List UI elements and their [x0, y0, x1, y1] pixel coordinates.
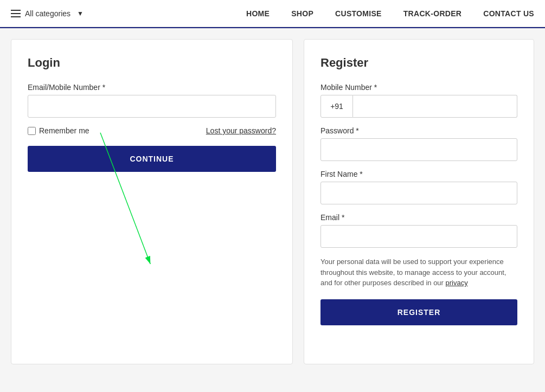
mobile-form-group: Mobile Number * +91: [320, 83, 517, 118]
nav-shop[interactable]: SHOP: [291, 9, 313, 18]
categories-label: All categories: [25, 9, 70, 18]
chevron-down-icon: ▼: [77, 10, 84, 17]
first-name-label: First Name *: [320, 170, 517, 178]
privacy-link[interactable]: privacy: [446, 279, 468, 287]
register-title: Register: [320, 56, 517, 70]
first-name-input[interactable]: [320, 182, 517, 204]
register-button[interactable]: REGISTER: [320, 299, 517, 325]
nav-customise[interactable]: CUSTOMISE: [335, 9, 382, 18]
remember-me-label[interactable]: Remember me: [28, 126, 89, 135]
email-input[interactable]: [28, 95, 276, 118]
nav-home[interactable]: HOME: [246, 9, 270, 18]
lost-password-link[interactable]: Lost your password?: [206, 126, 276, 135]
mobile-label: Mobile Number *: [320, 83, 517, 92]
reg-email-input[interactable]: [320, 225, 517, 248]
hamburger-menu[interactable]: All categories ▼: [11, 9, 84, 18]
header: All categories ▼ HOME SHOP CUSTOMISE TRA…: [0, 0, 545, 27]
remember-me-text: Remember me: [39, 126, 89, 135]
reg-email-form-group: Email *: [320, 213, 517, 248]
login-section: Login Email/Mobile Number * Remember me …: [11, 39, 293, 364]
remember-me-checkbox[interactable]: [28, 127, 36, 135]
password-input[interactable]: [320, 138, 517, 161]
hamburger-icon: [11, 10, 21, 17]
form-row: Remember me Lost your password?: [28, 126, 276, 135]
password-form-group: Password *: [320, 126, 517, 161]
reg-email-label: Email *: [320, 213, 517, 222]
continue-button[interactable]: CONTINUE: [28, 146, 276, 172]
mobile-prefix: +91: [320, 95, 353, 118]
nav-contact-us[interactable]: CONTACT US: [483, 9, 534, 18]
email-label: Email/Mobile Number *: [28, 83, 276, 92]
register-section: Register Mobile Number * +91 Password * …: [304, 39, 534, 364]
privacy-text: Your personal data will be used to suppo…: [320, 256, 517, 288]
main-content: Login Email/Mobile Number * Remember me …: [0, 28, 545, 375]
mobile-input-group: +91: [320, 95, 517, 118]
first-name-form-group: First Name *: [320, 170, 517, 204]
email-form-group: Email/Mobile Number *: [28, 83, 276, 118]
mobile-input[interactable]: [353, 95, 517, 118]
login-title: Login: [28, 56, 276, 70]
nav-links: HOME SHOP CUSTOMISE TRACK-ORDER CONTACT …: [246, 9, 534, 18]
password-label: Password *: [320, 126, 517, 135]
nav-track-order[interactable]: TRACK-ORDER: [403, 9, 462, 18]
